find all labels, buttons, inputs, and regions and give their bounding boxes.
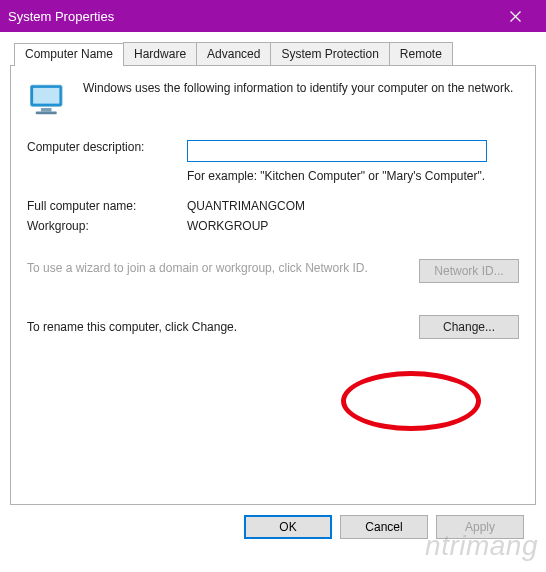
network-id-text: To use a wizard to join a domain or work… [27,259,419,277]
content-area: Computer Name Hardware Advanced System P… [0,32,546,551]
dialog-buttons: OK Cancel Apply [10,505,536,551]
close-icon [510,11,521,22]
window-title: System Properties [8,9,493,24]
annotation-ellipse [341,371,481,431]
ok-button[interactable]: OK [244,515,332,539]
workgroup-label: Workgroup: [27,219,187,233]
computer-icon [27,80,69,122]
full-computer-name-value: QUANTRIMANGCOM [187,199,519,213]
intro-row: Windows uses the following information t… [27,80,519,122]
computer-description-input[interactable] [187,140,487,162]
change-button[interactable]: Change... [419,315,519,339]
computer-description-label: Computer description: [27,140,187,162]
computer-description-hint: For example: "Kitchen Computer" or "Mary… [187,168,519,185]
tab-advanced[interactable]: Advanced [196,42,271,65]
workgroup-value: WORKGROUP [187,219,519,233]
full-computer-name-label: Full computer name: [27,199,187,213]
svg-rect-3 [36,112,57,115]
tab-remote[interactable]: Remote [389,42,453,65]
tab-hardware[interactable]: Hardware [123,42,197,65]
close-button[interactable] [493,0,538,32]
tab-computer-name[interactable]: Computer Name [14,43,124,66]
tab-system-protection[interactable]: System Protection [270,42,389,65]
apply-button: Apply [436,515,524,539]
tab-strip: Computer Name Hardware Advanced System P… [14,42,536,65]
rename-text: To rename this computer, click Change. [27,320,419,334]
intro-text: Windows uses the following information t… [83,80,513,122]
cancel-button[interactable]: Cancel [340,515,428,539]
tab-panel: Windows uses the following information t… [10,65,536,505]
network-id-button: Network ID... [419,259,519,283]
svg-rect-1 [33,88,59,104]
svg-rect-2 [41,108,52,112]
titlebar: System Properties [0,0,546,32]
